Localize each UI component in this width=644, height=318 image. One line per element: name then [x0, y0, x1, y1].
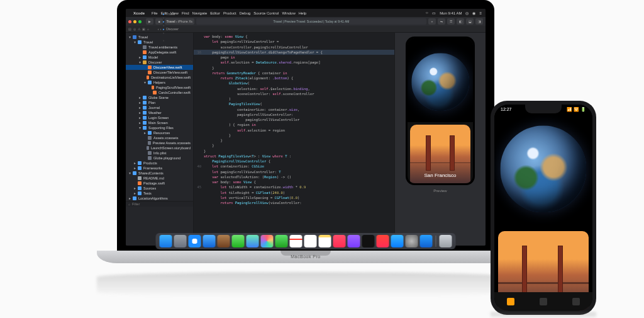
- menu-file[interactable]: File: [152, 11, 158, 15]
- code-line[interactable]: return GeometryReader { container in: [204, 71, 287, 76]
- dock-photos-icon[interactable]: [261, 235, 274, 246]
- disclosure-triangle-icon[interactable]: ▸: [133, 166, 136, 170]
- navigator-row[interactable]: ▾Discover: [126, 60, 193, 65]
- preview-device-screen[interactable]: San Francisco: [408, 38, 473, 183]
- navigator-row[interactable]: ▸Frameworks: [126, 166, 193, 171]
- disclosure-triangle-icon[interactable]: ▸: [138, 96, 141, 99]
- navigator-row[interactable]: DiscoverView.swift: [126, 65, 193, 70]
- code-line[interactable]: pagingScrollViewController:: [204, 112, 293, 117]
- dock-xcode-icon[interactable]: [420, 235, 433, 246]
- globe-view[interactable]: [494, 105, 592, 229]
- code-line[interactable]: self.selection = DataSource.shared.regio…: [204, 60, 320, 65]
- editor-options-button[interactable]: ☰: [447, 18, 455, 25]
- dock-news-icon[interactable]: [377, 235, 389, 246]
- zoom-window-icon[interactable]: [138, 20, 142, 23]
- code-line[interactable]: GlobeView(: [204, 81, 250, 86]
- dock-messages-icon[interactable]: [232, 235, 245, 246]
- disclosure-triangle-icon[interactable]: ▾: [143, 81, 146, 84]
- navigator-row[interactable]: Globe.playground: [126, 156, 193, 161]
- code-line[interactable]: return PagingScrollView(viewController:: [204, 200, 302, 205]
- navigator-row[interactable]: ▾Travel: [126, 40, 193, 45]
- navigator-row[interactable]: ▾Travel: [126, 35, 193, 40]
- dock-launchpad-icon[interactable]: [174, 235, 187, 246]
- tab-plan-icon[interactable]: [540, 298, 547, 305]
- spotlight-icon[interactable]: ◎: [465, 11, 469, 15]
- code-line[interactable]: sceneController.pagingScrollViewControll…: [204, 45, 308, 50]
- path-segment[interactable]: Travel: [166, 20, 175, 23]
- jump-bar[interactable]: ▤◎⚠▣⌕ ‹› ▸Travel›▸Travel›▸Discover›◆Disc…: [126, 26, 486, 33]
- navigator-row[interactable]: Travel.entitlements: [126, 45, 193, 50]
- forward-icon[interactable]: ›: [160, 27, 162, 31]
- disclosure-triangle-icon[interactable]: ▸: [143, 131, 146, 135]
- navigator-row[interactable]: ▾Helpers: [126, 80, 193, 85]
- navigator-row[interactable]: ▸Globe Scene: [126, 95, 193, 100]
- navigator-row[interactable]: DiscoverTileView.swift: [126, 70, 193, 75]
- app-menu[interactable]: Xcode: [133, 11, 145, 15]
- back-icon[interactable]: ‹: [158, 27, 159, 31]
- disclosure-triangle-icon[interactable]: ▾: [138, 126, 141, 130]
- battery-icon[interactable]: ▭: [432, 11, 436, 15]
- filter-icon[interactable]: ⌕: [128, 202, 130, 206]
- code-line[interactable]: pagingScrollViewController.didChangeToPa…: [204, 50, 323, 55]
- navigator-row[interactable]: README.md: [126, 176, 193, 181]
- code-line[interactable]: }: [204, 133, 231, 138]
- stop-button[interactable]: ■: [155, 18, 163, 25]
- code-line[interactable]: var body: some View {: [204, 34, 248, 39]
- code-line[interactable]: let tileHeight = CGFloat(240.0): [204, 190, 285, 195]
- code-line[interactable]: }: [204, 143, 214, 148]
- disclosure-triangle-icon[interactable]: ▸: [133, 191, 136, 195]
- dock-music-icon[interactable]: [333, 235, 346, 246]
- code-line[interactable]: self.selection = region: [204, 128, 285, 133]
- toggle-right-panel-button[interactable]: ◨: [475, 18, 483, 25]
- iphone-screen[interactable]: 12:27 📶 🛜 🔋 San Francisco: [494, 105, 592, 311]
- navigator-row[interactable]: ▾Supporting Files: [126, 125, 193, 130]
- minimize-window-icon[interactable]: [133, 20, 136, 23]
- dock-calendar-icon[interactable]: [290, 235, 303, 246]
- dock-safari-icon[interactable]: [189, 235, 201, 246]
- menu-product[interactable]: Product: [223, 11, 236, 15]
- code-line[interactable]: pagingScrollViewController: [204, 117, 299, 122]
- dock-finder-icon[interactable]: [160, 235, 172, 246]
- code-line[interactable]: let pagingScrollViewController =: [204, 39, 279, 44]
- tab-discover-icon[interactable]: [507, 298, 514, 305]
- dock-podcasts-icon[interactable]: [348, 235, 360, 246]
- siri-icon[interactable]: ◉: [472, 11, 475, 15]
- dock-appstore-icon[interactable]: [391, 235, 404, 246]
- swiftui-preview-canvas[interactable]: San Francisco Preview 📌: [394, 33, 486, 246]
- disclosure-triangle-icon[interactable]: ▸: [133, 161, 136, 165]
- destination-card[interactable]: San Francisco: [410, 125, 470, 183]
- dock-tv-icon[interactable]: [362, 235, 375, 246]
- code-line[interactable]: return ZStack(alignment: .bottom) {: [204, 76, 293, 81]
- navigator-row[interactable]: ▸Tests: [126, 191, 193, 196]
- window-controls[interactable]: [128, 20, 142, 23]
- navigator-row[interactable]: ▸Sources: [126, 186, 193, 191]
- code-line[interactable]: let pagingScrollViewController: T: [204, 169, 281, 174]
- dock-trash-icon[interactable]: [440, 235, 452, 246]
- navigator-row[interactable]: ▸Plan: [126, 100, 193, 105]
- toggle-bottom-panel-button[interactable]: ⬓: [466, 18, 474, 25]
- dock-notes-icon[interactable]: [319, 235, 331, 246]
- code-line[interactable]: sceneController: self.sceneController: [204, 91, 314, 96]
- dock-reminders-icon[interactable]: [304, 235, 317, 246]
- navigator-row[interactable]: Package.swift: [126, 181, 193, 186]
- navigator-row[interactable]: PagingScrollView.swift: [126, 85, 193, 90]
- navigator-row[interactable]: ▸Weather: [126, 110, 193, 115]
- navigator-row[interactable]: ▾SharedContents: [126, 171, 193, 176]
- menu-navigate[interactable]: Navigate: [192, 11, 208, 15]
- disclosure-triangle-icon[interactable]: ▾: [128, 35, 131, 39]
- code-line[interactable]: var body: some View {: [204, 179, 256, 185]
- code-line[interactable]: }: [204, 138, 223, 143]
- navigator-row[interactable]: CardsController.swift: [126, 90, 193, 95]
- navigator-row[interactable]: AppDelegate.swift: [126, 50, 193, 55]
- menubar-clock[interactable]: Mon 9:41 AM: [440, 11, 462, 15]
- code-line[interactable]: PagingScrollViewController {: [204, 159, 270, 164]
- menu-editor[interactable]: Editor: [210, 11, 220, 15]
- notification-center-icon[interactable]: ≡: [479, 11, 482, 15]
- toggle-left-panel-button[interactable]: ◧: [457, 18, 464, 25]
- project-navigator[interactable]: ▾Travel▾TravelTravel.entitlementsAppDele…: [126, 33, 194, 246]
- code-line[interactable]: let verticalTileSpacing = CGFloat(8.0): [204, 195, 299, 200]
- disclosure-triangle-icon[interactable]: ▾: [138, 60, 141, 64]
- code-editor[interactable]: var body: some View { let pagingScrollVi…: [194, 33, 394, 246]
- dock-settings-icon[interactable]: [406, 235, 418, 246]
- navigator-row[interactable]: ▸Model: [126, 55, 193, 60]
